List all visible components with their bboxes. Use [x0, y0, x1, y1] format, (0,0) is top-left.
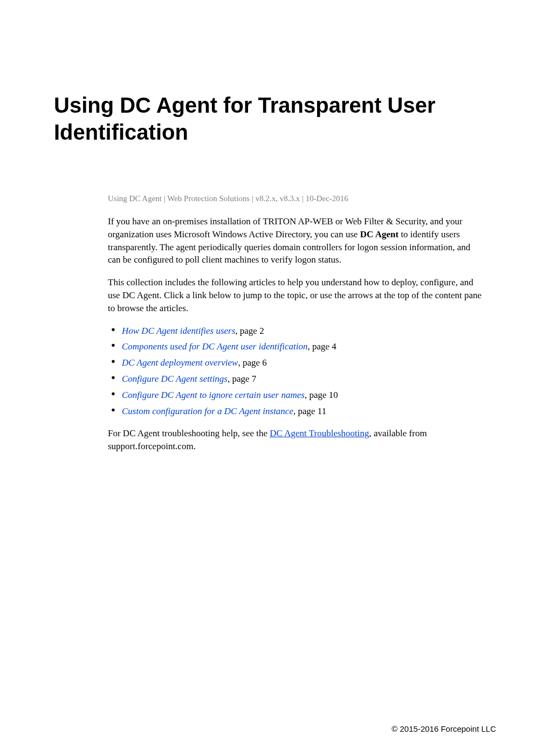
toc-list: How DC Agent identifies users, page 2 Co…: [108, 325, 485, 418]
page-title: Using DC Agent for Transparent User Iden…: [54, 92, 496, 146]
toc-link[interactable]: Custom configuration for a DC Agent inst…: [122, 406, 293, 416]
content-body: Using DC Agent | Web Protection Solution…: [108, 194, 485, 453]
list-item: Components used for DC Agent user identi…: [108, 340, 485, 353]
toc-link[interactable]: DC Agent deployment overview: [122, 358, 238, 368]
page-ref: , page 11: [293, 406, 326, 416]
trouble-text-a: For DC Agent troubleshooting help, see t…: [108, 428, 270, 438]
intro-bold: DC Agent: [360, 229, 398, 239]
collection-paragraph: This collection includes the following a…: [108, 276, 485, 314]
intro-paragraph: If you have an on-premises installation …: [108, 215, 485, 266]
list-item: DC Agent deployment overview, page 6: [108, 356, 485, 369]
copyright-footer: © 2015-2016 Forcepoint LLC: [391, 724, 496, 733]
list-item: How DC Agent identifies users, page 2: [108, 325, 485, 338]
list-item: Configure DC Agent to ignore certain use…: [108, 389, 485, 402]
toc-link[interactable]: Components used for DC Agent user identi…: [122, 341, 307, 352]
page-ref: , page 6: [238, 358, 266, 368]
toc-link[interactable]: How DC Agent identifies users: [122, 326, 235, 336]
page-ref: , page 7: [228, 374, 256, 384]
list-item: Custom configuration for a DC Agent inst…: [108, 405, 485, 418]
page-ref: , page 4: [307, 341, 336, 352]
toc-link[interactable]: Configure DC Agent to ignore certain use…: [122, 390, 305, 400]
subtitle-meta: Using DC Agent | Web Protection Solution…: [108, 194, 485, 203]
page-ref: , page 10: [305, 390, 338, 400]
troubleshoot-link[interactable]: DC Agent Troubleshooting: [270, 428, 369, 438]
list-item: Configure DC Agent settings, page 7: [108, 373, 485, 386]
toc-link[interactable]: Configure DC Agent settings: [122, 374, 228, 384]
troubleshoot-paragraph: For DC Agent troubleshooting help, see t…: [108, 427, 485, 453]
page-ref: , page 2: [235, 326, 264, 336]
